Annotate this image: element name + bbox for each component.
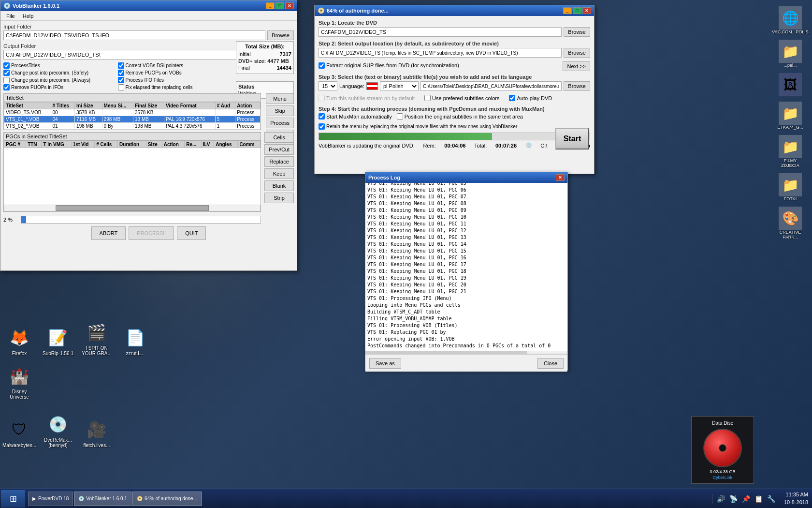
cb-correct-vobs[interactable]: Correct VOBs DSI pointers [118, 62, 232, 69]
start-authoring-button[interactable]: Start [555, 128, 589, 149]
right-icon-etka[interactable]: 📁 ETKA74_G... [773, 100, 807, 131]
close-button[interactable]: ✕ [285, 2, 294, 9]
tray-icon-5[interactable]: 🔧 [767, 494, 776, 504]
turn-on-checkbox[interactable] [319, 95, 325, 101]
cb-turn-on[interactable]: Turn this subtitle stream on by default [319, 95, 415, 101]
cb-fix-elapsed[interactable]: Fix elapsed time replacing cells [118, 84, 232, 90]
tray-icon-1[interactable]: 🔊 [716, 494, 726, 504]
pgc-table-scroll[interactable]: PGC # TTN T in VMG 1st Vid # Cells Durat… [4, 141, 261, 204]
extract-sup-checkbox[interactable] [319, 62, 325, 69]
abort-button[interactable]: ABORT [91, 226, 126, 240]
desktop-icon-dvdremake[interactable]: 💿 DvdReMak... (bennyd) [39, 411, 77, 450]
desktop-icon-subrip[interactable]: 📝 SubRip-1.56.1 [39, 324, 77, 358]
file-menu[interactable]: File [2, 13, 19, 19]
step2-extract-cb[interactable]: Extract original SUP files from DVD (for… [319, 62, 459, 69]
titleset-row[interactable]: VIDEO_TS.VOB 00 3578 KB 3578 KB Process [4, 109, 261, 116]
process-main-button[interactable]: PROCESS!! [129, 226, 174, 240]
right-icon-filmy[interactable]: 📁 FILMY ZDJECIA [773, 134, 807, 169]
autoplay-checkbox[interactable] [509, 95, 515, 101]
remove-puops-ifo-checkbox[interactable] [3, 84, 10, 90]
process-ifo-checkbox[interactable] [118, 77, 124, 83]
right-icon-creative[interactable]: 🎨 CREATIVE PARK... [773, 205, 807, 241]
log-titlebar[interactable]: Process Log ✕ [365, 172, 567, 183]
tray-icon-3[interactable]: 📌 [741, 494, 751, 504]
process-titles-checkbox[interactable] [3, 62, 10, 69]
process-button[interactable]: Process [266, 118, 294, 128]
quit-button[interactable]: QUIT [177, 226, 206, 240]
right-icon-fotki[interactable]: 📁 FOTKI [773, 172, 807, 203]
position-subtitles-checkbox[interactable] [397, 113, 403, 120]
desktop-icon-zzrut[interactable]: 📄 zzrut.L... [116, 324, 155, 358]
change-always-checkbox[interactable] [3, 77, 10, 83]
start-menu-button[interactable]: ⊞ [1, 490, 25, 508]
fix-elapsed-checkbox[interactable] [118, 84, 124, 90]
strip-button[interactable]: Strip [264, 193, 294, 203]
cb-start-muxman[interactable]: Start MuxMan automatically [319, 113, 392, 120]
output-folder-input[interactable] [3, 50, 265, 60]
titleset-row[interactable]: VTS_02_*.VOB 01 198 MB 0 By 198 MB PAL 4… [4, 123, 261, 130]
lang-num-select[interactable]: 15 [319, 81, 337, 91]
lang-select[interactable]: pl Polish [380, 81, 419, 91]
taskbar-vobblanker[interactable]: 💿 VobBlanker 1.6.0.1 [74, 492, 131, 506]
taskbar-dvd-authoring[interactable]: 📀 64% of authoring done... [132, 492, 202, 506]
desktop-icon-firefox[interactable]: 🦊 Firefox [0, 324, 39, 358]
preferred-colors-checkbox[interactable] [424, 95, 431, 101]
titleset-row[interactable]: VTS_01_*.VOB 04 7116 MB 298 MB 13 MB PAL… [4, 116, 261, 123]
cb-position-subtitles[interactable]: Position the original subtitles in the s… [397, 113, 523, 120]
save-as-button[interactable]: Save as [369, 358, 401, 369]
minimize-button[interactable]: _ [266, 2, 275, 9]
desktop-icon-ispit[interactable]: 🎬 I SPIT ON YOUR GRA... [77, 319, 116, 358]
cb-process-menus[interactable]: Remove PUOPs on VOBs [118, 70, 232, 76]
replace-button[interactable]: Replace [264, 156, 294, 167]
step1-browse-button[interactable]: Browse [564, 27, 590, 37]
cb-preferred-colors[interactable]: Use prefered subtitles colors [424, 95, 499, 101]
tray-icon-4[interactable]: 📋 [754, 494, 764, 504]
step1-input[interactable] [319, 27, 562, 37]
right-icon-vac[interactable]: 🌐 VAC.COM...POLIS [773, 5, 807, 36]
pgc-hscroll[interactable] [4, 205, 261, 211]
cb-change-safely[interactable]: Change post into precomm. (Safely) [3, 70, 117, 76]
cb-process-titles[interactable]: ProcessTitles [3, 62, 117, 69]
desktop-icon-malwarebytes[interactable]: 🛡 Malwarebytes... [0, 416, 39, 450]
desktop-icon-fletch[interactable]: 🎥 fletch.lives... [77, 416, 116, 450]
taskbar-powerdvd[interactable]: ▶ PowerDVD 18 [28, 492, 73, 506]
dvd-close-button[interactable]: ✕ [582, 7, 591, 14]
blank-button[interactable]: Blank [264, 180, 294, 191]
skip-button[interactable]: Skip [266, 105, 294, 116]
cb-autoplay[interactable]: Auto-play DVD [509, 95, 552, 101]
log-close-button[interactable]: Close [537, 358, 564, 369]
retain-menu-checkbox[interactable] [319, 123, 325, 130]
step2-input[interactable] [319, 48, 562, 58]
subtitle-path-input[interactable] [420, 81, 562, 91]
log-close-btn[interactable]: ✕ [556, 174, 565, 181]
cb-change-always[interactable]: Change post into precomm. (Always) [3, 77, 117, 83]
keep-button[interactable]: Keep [264, 168, 294, 179]
vobblanker-titlebar[interactable]: 💿 VobBlanker 1.6.0.1 _ □ ✕ [0, 0, 297, 11]
next-button[interactable]: Next >> [563, 61, 590, 71]
input-browse-button[interactable]: Browse [267, 30, 294, 40]
help-menu[interactable]: Help [19, 13, 38, 19]
cb-process-ifo[interactable]: Process IFO Files [118, 77, 232, 83]
log-content[interactable]: VTS 01: Opening IFOVTS 01: Processing VO… [365, 183, 567, 351]
desktop-icon-disney[interactable]: 🏰 Disney Universe [0, 362, 39, 402]
right-icon-folder[interactable]: 📁 ...pel... [773, 38, 807, 69]
step3-browse-button[interactable]: Browse [564, 81, 590, 91]
prev-cut-button[interactable]: Prev/Cut [264, 144, 294, 155]
right-icon-img1[interactable]: 🖼 [773, 72, 807, 98]
menu-button[interactable]: Menu [266, 93, 294, 104]
dvd-titlebar[interactable]: 📀 64% of authoring done... _ □ ✕ [315, 5, 594, 16]
input-folder-input[interactable] [3, 30, 265, 40]
dvd-maximize-button[interactable]: □ [573, 7, 581, 14]
titleset-table-scroll[interactable]: TitleSet # Titles Ini Size Menu Si... Fi… [4, 102, 261, 130]
cb-remove-puops-ifo[interactable]: Remove PUOPs in IFOs [3, 84, 117, 90]
tray-icon-2[interactable]: 📡 [729, 494, 739, 504]
process-menus-checkbox[interactable] [118, 70, 124, 76]
cells-button[interactable]: Cells [264, 132, 294, 143]
cb-retain-menu[interactable]: Retain the menu by replacing the origina… [319, 123, 590, 130]
start-muxman-checkbox[interactable] [319, 113, 325, 120]
maximize-button[interactable]: □ [276, 2, 284, 9]
step2-browse-button[interactable]: Browse [564, 48, 590, 58]
change-safely-checkbox[interactable] [3, 70, 10, 76]
correct-vobs-checkbox[interactable] [118, 62, 124, 69]
dvd-minimize-button[interactable]: _ [563, 7, 572, 14]
